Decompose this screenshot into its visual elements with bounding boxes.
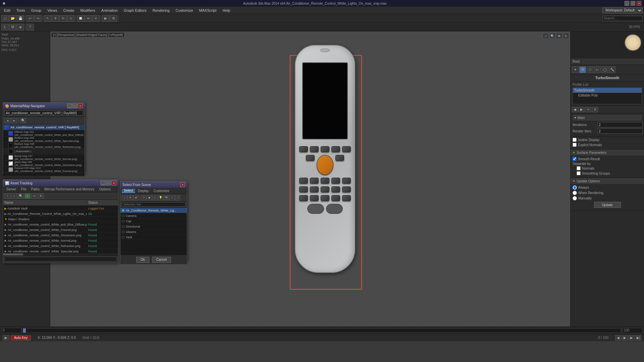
- at-menu-bitmap[interactable]: Bitmap Performance and Memory: [42, 187, 97, 191]
- timeline-slider[interactable]: [23, 328, 26, 333]
- mat-item-reflect[interactable]: Reflect map #33 (Air_conditioner_remote_…: [3, 136, 85, 142]
- ss-menu-select[interactable]: Select: [122, 189, 135, 193]
- ss-tb-none[interactable]: ✗: [127, 195, 133, 200]
- surface-params-header[interactable]: ▼ Surface Parameters: [571, 149, 644, 156]
- at-row-glossy[interactable]: ■ Air_conditioner_remote_control_White_G…: [3, 233, 118, 238]
- asset-track-toolbar[interactable]: ↑ ↓ 🔍 ✓ ⇨ ↻: [3, 192, 118, 200]
- menu-tools[interactable]: Tools: [14, 7, 28, 14]
- at-row-max[interactable]: ▶ Air_Conditioner_Remote_Control_White_L…: [3, 211, 118, 217]
- at-tb-5[interactable]: ⇨: [31, 193, 37, 199]
- play-anim-btn[interactable]: ▶: [3, 335, 9, 341]
- vp-zoom[interactable]: 🔍: [549, 33, 555, 39]
- nav-prev-frame[interactable]: ◀: [615, 335, 621, 341]
- asset-track-min[interactable]: _: [101, 181, 105, 185]
- workspace-dropdown[interactable]: Workspace: Default: [602, 7, 643, 13]
- mat-nav-max[interactable]: □: [72, 104, 77, 108]
- menu-modifiers[interactable]: Modifiers: [77, 7, 98, 14]
- profile-item-editablepoly[interactable]: Editable Poly: [573, 93, 642, 98]
- ss-object-list[interactable]: Air_Conditioner_Remote_White_Lig... Came…: [120, 208, 187, 255]
- at-tb-4[interactable]: ✓: [24, 193, 31, 199]
- menu-group[interactable]: Group: [29, 7, 44, 14]
- update-options-header[interactable]: ▼ Update Options: [571, 178, 644, 184]
- ss-item-camera[interactable]: Camera: [120, 213, 187, 219]
- ss-tb-lights[interactable]: 💡: [158, 195, 163, 200]
- smoothing-groups-checkbox[interactable]: [577, 171, 581, 175]
- tb-render-setup[interactable]: ⚙: [110, 15, 117, 22]
- mat-nav-tb-1[interactable]: ◂: [4, 118, 10, 123]
- mat-nav-toolbar[interactable]: ◂ ▸ 🔍: [3, 117, 85, 124]
- tb-align[interactable]: ≡: [92, 15, 100, 22]
- mat-item-diffuse[interactable]: Diffuse map #31 (Air_conditioner_remote_…: [3, 130, 85, 136]
- window-controls[interactable]: _ □ ✕: [625, 1, 641, 6]
- right-panel-tabs[interactable]: ✦ ⚙ ⬡ ▷ ◯ 🔧: [571, 65, 644, 74]
- at-menu-server[interactable]: Server: [4, 187, 18, 191]
- mat-item-root[interactable]: Air_conditioner_remote_control_V#R [ Ray…: [3, 124, 85, 130]
- tb-help[interactable]: ?: [26, 24, 34, 31]
- mat-nav-tb-2[interactable]: ▸: [11, 118, 17, 123]
- ss-tb-cameras[interactable]: 📷: [164, 195, 169, 200]
- profile-tb-3[interactable]: +: [585, 107, 591, 112]
- tb-material[interactable]: M: [9, 24, 16, 31]
- iterations-input[interactable]: [597, 122, 643, 127]
- mat-nav-tb-3[interactable]: 🔍: [20, 118, 26, 123]
- mat-item-rubino[interactable]: ( RubinoMtl# ): [3, 148, 85, 155]
- vp-pan[interactable]: ✥: [556, 33, 562, 39]
- timeline-bar[interactable]: [23, 328, 621, 333]
- ss-ok-button[interactable]: Ok: [136, 257, 149, 263]
- at-row-normal[interactable]: ■ Air_conditioner_remote_control_White_N…: [3, 238, 118, 243]
- mat-nav-close[interactable]: ✕: [78, 104, 83, 108]
- asset-track-scrollbar[interactable]: [3, 253, 118, 255]
- ss-tb-invert[interactable]: ⇄: [133, 195, 139, 200]
- tb-undo[interactable]: ↩: [26, 15, 34, 22]
- ss-tb-space[interactable]: ☆: [175, 195, 180, 200]
- tb-save[interactable]: 💾: [17, 15, 24, 22]
- tb-open[interactable]: 📂: [9, 15, 16, 22]
- maximize-button[interactable]: □: [631, 1, 635, 6]
- frame-start[interactable]: 0: [1, 328, 21, 333]
- ss-cancel-button[interactable]: Cancel: [152, 257, 171, 263]
- vp-orbit[interactable]: ↻: [563, 33, 569, 39]
- menu-create[interactable]: Create: [60, 7, 77, 14]
- render-iters-input[interactable]: [597, 128, 643, 134]
- manually-radio[interactable]: [573, 196, 577, 200]
- tb-new[interactable]: ▢: [1, 15, 9, 22]
- tb-redo[interactable]: ↪: [34, 15, 42, 22]
- ss-close[interactable]: ✕: [180, 182, 185, 187]
- asset-track-close[interactable]: ✕: [111, 181, 116, 185]
- menu-rendering[interactable]: Rendering: [150, 7, 172, 14]
- ss-tb-helpers[interactable]: ?: [169, 195, 175, 200]
- menu-graph-editors[interactable]: Graph Editors: [121, 7, 149, 14]
- viewport[interactable]: [+] [Perspective] [Shaded+Edged Faces] […: [50, 32, 570, 326]
- at-row-maps[interactable]: ▼ Maps / Shaders: [3, 217, 118, 222]
- menu-edit[interactable]: Edit: [1, 7, 13, 14]
- ss-menu-display[interactable]: Display: [136, 189, 151, 193]
- search-input[interactable]: [602, 16, 643, 21]
- tb-modify[interactable]: ◈: [17, 24, 24, 31]
- ss-tb-geometry[interactable]: ◆: [147, 195, 152, 200]
- ss-controls[interactable]: ✕: [180, 182, 185, 187]
- tb-scale[interactable]: ⤡: [67, 15, 74, 22]
- rp-tab-display[interactable]: ◯: [601, 66, 608, 73]
- profile-tb-2[interactable]: ▶: [579, 107, 585, 112]
- profile-tb-4[interactable]: ✕: [592, 107, 598, 112]
- nav-buttons[interactable]: ◀ ▶ ▶ ▶|: [615, 335, 641, 341]
- mat-nav-search[interactable]: [4, 110, 83, 116]
- normals-checkbox[interactable]: [577, 166, 581, 170]
- asset-track-list[interactable]: ▶ Autodesk Vault Logged Out ▶ Air_Condit…: [3, 206, 118, 253]
- ss-item-remote[interactable]: Air_Conditioner_Remote_White_Lig...: [120, 208, 187, 213]
- at-path-input[interactable]: [4, 257, 117, 261]
- menu-views[interactable]: Views: [45, 7, 60, 14]
- tb-move[interactable]: ✛: [52, 15, 59, 22]
- menu-animation[interactable]: Animation: [99, 7, 120, 14]
- ss-toolbar[interactable]: ✓ ✗ ⇄ ▽ ◆ ◇ 💡 📷 ? ☆: [120, 194, 187, 201]
- mat-nav-controls[interactable]: _ □ ✕: [67, 104, 83, 108]
- nav-next-frame[interactable]: ▶: [629, 335, 635, 341]
- always-radio[interactable]: [573, 185, 577, 190]
- ss-item-cap[interactable]: Cap: [120, 219, 187, 224]
- viewport-nav[interactable]: ⤢ 🔍 ✥ ↻: [543, 33, 569, 39]
- asset-track-controls[interactable]: _ □ ✕: [101, 181, 116, 185]
- ss-menu-customize[interactable]: Customize: [152, 189, 171, 193]
- isoline-checkbox[interactable]: [573, 138, 577, 142]
- at-tb-1[interactable]: ↑: [4, 193, 10, 199]
- at-tb-refresh[interactable]: ↻: [38, 193, 44, 199]
